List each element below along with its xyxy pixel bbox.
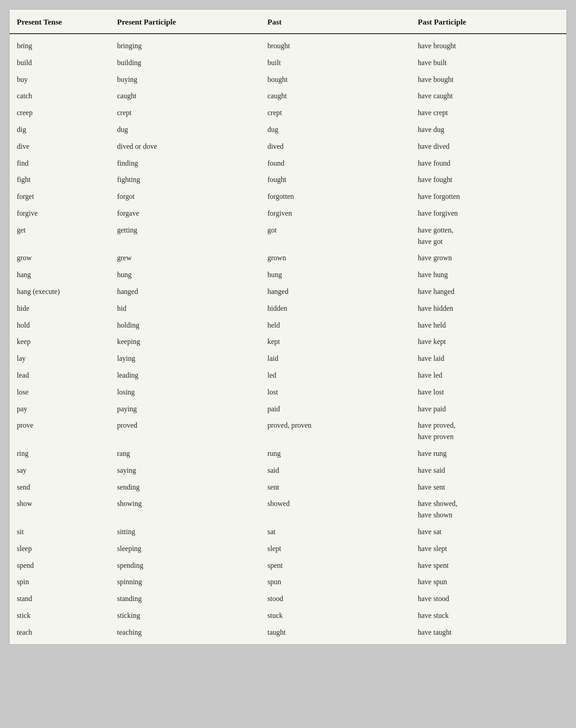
cell-past-part: have spun (411, 574, 566, 591)
header-present-tense: Present Tense (10, 10, 110, 34)
cell-present: hang (execute) (10, 283, 110, 300)
table-row: holdholdingheldhave held (10, 317, 566, 334)
table-row: growgrewgrownhave grown (10, 250, 566, 267)
cell-participle: paying (110, 401, 260, 418)
cell-past-part: have slept (411, 541, 566, 557)
table-header-row: Present Tense Present Participle Past Pa… (10, 10, 566, 34)
cell-past: brought (260, 34, 411, 55)
cell-past-part: have hung (411, 267, 566, 283)
table-row: findfindingfoundhave found (10, 155, 566, 172)
cell-present: lay (10, 350, 110, 367)
cell-participle: teaching (110, 624, 260, 645)
cell-participle: sticking (110, 607, 260, 624)
cell-past: caught (260, 88, 411, 105)
cell-present: find (10, 155, 110, 172)
cell-past-part: have held (411, 317, 566, 334)
cell-past: fought (260, 172, 411, 188)
cell-present: dig (10, 121, 110, 138)
cell-past: forgiven (260, 205, 411, 222)
cell-past-part: have crept (411, 105, 566, 121)
cell-participle: spinning (110, 574, 260, 591)
cell-past: sent (260, 479, 411, 496)
cell-past: bought (260, 71, 411, 88)
cell-past-part: have brought (411, 34, 566, 55)
cell-past: dived (260, 138, 411, 155)
cell-present: keep (10, 334, 110, 350)
cell-present: creep (10, 105, 110, 121)
cell-past: said (260, 462, 411, 479)
cell-past-part: have forgiven (411, 205, 566, 222)
cell-past-part: have stood (411, 591, 566, 607)
cell-past: lost (260, 384, 411, 401)
table-row: catchcaughtcaughthave caught (10, 88, 566, 105)
cell-present: forget (10, 188, 110, 205)
cell-present: bring (10, 34, 110, 55)
cell-past: taught (260, 624, 411, 645)
cell-past-part: have grown (411, 250, 566, 267)
table-row: spendspendingspenthave spent (10, 557, 566, 574)
cell-participle: buying (110, 71, 260, 88)
table-row: digdugdughave dug (10, 121, 566, 138)
cell-present: lose (10, 384, 110, 401)
cell-present: build (10, 55, 110, 71)
cell-past: paid (260, 401, 411, 418)
cell-past-part: have hanged (411, 283, 566, 300)
cell-present: say (10, 462, 110, 479)
cell-participle: keeping (110, 334, 260, 350)
header-past: Past (260, 10, 411, 34)
cell-past: sat (260, 524, 411, 541)
cell-participle: building (110, 55, 260, 71)
cell-present: teach (10, 624, 110, 645)
cell-participle: spending (110, 557, 260, 574)
cell-present: spend (10, 557, 110, 574)
cell-past: grown (260, 250, 411, 267)
cell-present: spin (10, 574, 110, 591)
table-row: sitsittingsathave sat (10, 524, 566, 541)
cell-present: forgive (10, 205, 110, 222)
cell-participle: hanged (110, 283, 260, 300)
table-row: paypayingpaidhave paid (10, 401, 566, 418)
cell-present: ring (10, 445, 110, 462)
cell-past: stood (260, 591, 411, 607)
cell-past-part: have bought (411, 71, 566, 88)
cell-past: forgotten (260, 188, 411, 205)
cell-past-part: have led (411, 367, 566, 384)
cell-present: stick (10, 607, 110, 624)
cell-past-part: have sat (411, 524, 566, 541)
cell-past-part: have built (411, 55, 566, 71)
table-row: hidehidhiddenhave hidden (10, 300, 566, 317)
cell-present: pay (10, 401, 110, 418)
cell-participle: standing (110, 591, 260, 607)
table-row: buildbuildingbuilthave built (10, 55, 566, 71)
table-row: divedived or dovedivedhave dived (10, 138, 566, 155)
table-row: loselosinglosthave lost (10, 384, 566, 401)
cell-participle: sleeping (110, 541, 260, 557)
table-row: forgiveforgaveforgivenhave forgiven (10, 205, 566, 222)
table-row: hanghunghunghave hung (10, 267, 566, 283)
cell-past-part: have hidden (411, 300, 566, 317)
table-row: ringrangrunghave rung (10, 445, 566, 462)
cell-present: grow (10, 250, 110, 267)
cell-past: slept (260, 541, 411, 557)
cell-past: dug (260, 121, 411, 138)
table-row: fightfightingfoughthave fought (10, 172, 566, 188)
cell-past-part: have kept (411, 334, 566, 350)
cell-past-part: have stuck (411, 607, 566, 624)
cell-past-part: have gotten,have got (411, 222, 566, 250)
table-row: saysayingsaidhave said (10, 462, 566, 479)
header-present-participle: Present Participle (110, 10, 260, 34)
cell-present: lead (10, 367, 110, 384)
cell-participle: sitting (110, 524, 260, 541)
cell-past-part: have said (411, 462, 566, 479)
cell-present: buy (10, 71, 110, 88)
table-row: creepcreptcrepthave crept (10, 105, 566, 121)
cell-past: hidden (260, 300, 411, 317)
cell-past: built (260, 55, 411, 71)
cell-past: showed (260, 495, 411, 524)
cell-past-part: have proved,have proven (411, 417, 566, 445)
cell-participle: proved (110, 417, 260, 445)
cell-present: catch (10, 88, 110, 105)
cell-present: show (10, 495, 110, 524)
cell-present: hang (10, 267, 110, 283)
cell-participle: forgot (110, 188, 260, 205)
